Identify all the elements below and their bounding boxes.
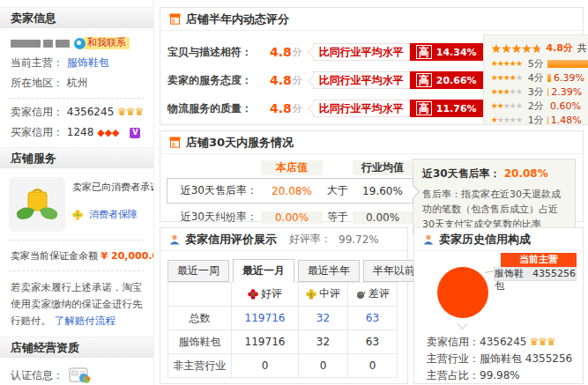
tab-last-half-year[interactable]: 最近半年 [298, 260, 360, 282]
mid-count: 32 [299, 330, 348, 354]
promise-texts: 卖家已向消费者承诺： 消费者保障 [72, 177, 154, 232]
industry-value: 0.00% [353, 211, 413, 224]
main-business-label: 当前主营： [11, 56, 63, 69]
bad-count: 0 [348, 354, 398, 378]
buyer-credit-label: 买家信用： [11, 126, 63, 138]
high-glyph: 高 [416, 45, 432, 59]
region-row: 所在地区： 杭州 [0, 70, 153, 90]
dsr-rows: 宝贝与描述相符： 4.8 分 比同行业平均水平 高 14.34% 卖家的服务态度… [167, 34, 483, 125]
dsr-row-service: 卖家的服务态度： 4.8 分 比同行业平均水平 高 20.66% [167, 66, 483, 94]
summary-total-raters: 共237887人 [577, 41, 588, 55]
col-good-header: 好评 [232, 283, 299, 307]
mid-flower-icon [306, 289, 316, 300]
service-row-label: 近30天纠纷率： [167, 210, 261, 225]
good-count: 0 [232, 354, 299, 378]
compare-text: 比同行业平均水平 [313, 100, 410, 117]
star-summary-box: 4.8分 共237887人 ★★★★★ 5分 89.13% ★★★★★ 4分 6… [483, 34, 588, 125]
seller-username-row: 和我联系 [0, 28, 153, 49]
sidebar-section-title-shop-service: 店铺服务 [0, 147, 153, 168]
col-industry-avg: 行业均值 [353, 160, 413, 175]
col-mid-label: 中评 [319, 286, 340, 301]
service-panel-title: 店铺30天内服务情况 [186, 135, 294, 151]
dsr-row-score: 4.8 [270, 45, 292, 59]
dist-percent: 2.39% [551, 86, 582, 98]
col-good-label: 好评 [261, 286, 282, 301]
stat-value: 服饰鞋包 4355256 [480, 352, 572, 365]
distribution-row-3: ★★★★★ 3分 2.39% [491, 85, 588, 99]
big-star-rating-icon [491, 42, 542, 55]
aftersale-detail-box: 近30天售后率：20.08% 售后率：指卖家在近30天退款成功的笔数（包含售后成… [413, 159, 576, 234]
censored-username-block [43, 40, 53, 48]
row-label: 非主营行业 [168, 354, 232, 378]
service-panel: 店铺30天内服务情况 本店值 行业均值 近30天售后率： 20.08% 大于 1… [160, 130, 584, 222]
col-shop-value: 本店值 [261, 160, 323, 175]
crown-icons [529, 336, 555, 348]
credit-pie-chart [437, 267, 488, 318]
bad-count-link[interactable]: 63 [348, 307, 398, 330]
good-count-link[interactable]: 119716 [232, 307, 299, 330]
rating-panel: 卖家信用评价展示 好评率： 99.72% 最近一周 最近一月 最近半年 半年以前 [160, 227, 408, 384]
distribution-row-5: ★★★★★ 5分 89.13% [491, 56, 588, 70]
pie-caret [457, 318, 468, 329]
wangwang-icon [74, 38, 86, 49]
dsr-row-logistics: 物流服务的质量： 4.8 分 比同行业平均水平 高 11.76% [167, 94, 483, 122]
history-seller-credit-row: 卖家信用：4356245 [427, 334, 572, 351]
dsr-row-label: 宝贝与描述相符： [167, 45, 270, 60]
good-flower-icon [248, 289, 258, 300]
history-stats: 卖家信用：4356245 主营行业：服饰鞋包 4355256 主营占比：99.9… [427, 334, 572, 384]
sidebar-section-title-seller-info: 卖家信息 [0, 7, 153, 28]
compare-text: 比同行业平均水平 [313, 71, 410, 89]
mid-count-link[interactable]: 32 [299, 307, 348, 330]
rating-table-header: 好评 中评 [168, 283, 398, 307]
service-row-aftersale: 近30天售后率： 20.08% 大于 19.60% [167, 178, 413, 204]
summary-score: 4.8分 [546, 41, 573, 55]
small-stars-icon: ★★★★★ [491, 60, 528, 68]
consumer-protection-block: 卖家已向消费者承诺： 消费者保障 [0, 168, 153, 232]
consumer-protection-link[interactable]: 消费者保障 [89, 208, 138, 221]
dsr-panel: 店铺半年内动态评分 宝贝与描述相符： 4.8 分 比同行业平均水平 高 14.3… [160, 7, 584, 125]
bottom-row: 卖家信用评价展示 好评率： 99.72% 最近一周 最近一月 最近半年 半年以前 [160, 227, 584, 385]
tab-last-month[interactable]: 最近一月 [233, 259, 294, 283]
deposit-row: 卖家当前保证金余额 ¥ 20,000.00 元 [0, 241, 153, 263]
compare-percent: 11.76% [436, 103, 477, 115]
censored-username-block [11, 40, 41, 48]
distribution-row-2: ★★★★★ 2分 0.60% [491, 99, 588, 113]
region-value: 杭州 [67, 77, 88, 89]
certification-card-icon[interactable] [69, 366, 92, 384]
detail-description: 售后率：指卖家在近30天退款成功的笔数（包含售后成立）占近30天支付宝成交笔数的… [422, 187, 566, 232]
distribution-row-1: ★★★★★ 1分 1.48% [491, 113, 588, 127]
compare-badge: 比同行业平均水平 高 20.66% [313, 71, 483, 89]
compare-value: 高 11.76% [410, 100, 483, 117]
rating-tabs: 最近一周 最近一月 最近半年 半年以前 [160, 251, 407, 282]
rating-row-category: 服饰鞋包 119716 32 63 [168, 330, 398, 354]
main-business-link[interactable]: 服饰鞋包 [67, 56, 109, 69]
compare-value: 高 20.66% [410, 71, 483, 89]
main-business-row: 当前主营： 服饰鞋包 [0, 49, 153, 70]
compare-badge: 比同行业平均水平 高 11.76% [313, 100, 483, 117]
history-main-category-row: 主营行业：服饰鞋包 4355256 [427, 351, 572, 367]
compensation-process-link[interactable]: 了解赔付流程 [55, 315, 115, 327]
protection-hands-bag-icon [9, 177, 65, 232]
consumer-protection-row: 消费者保障 [72, 208, 154, 221]
contact-me-button[interactable]: 和我联系 [74, 37, 130, 49]
stat-value: 99.98% [480, 369, 520, 381]
col-bad-label: 差评 [368, 286, 390, 301]
service-panel-header: 店铺30天内服务情况 [160, 131, 583, 154]
comparator: 大于 [323, 183, 353, 198]
dist-bar [547, 60, 588, 68]
good-count: 119716 [232, 330, 299, 354]
certification-row: 认证信息： [0, 358, 153, 384]
compare-value: 高 14.34% [410, 43, 483, 61]
dist-label: 2分 [528, 100, 547, 113]
callout-title: 当前主营 [501, 253, 577, 267]
dist-label: 5分 [528, 57, 547, 70]
shop-value: 0.00% [261, 211, 323, 224]
deposit-label: 卖家当前保证金余额 [11, 250, 98, 262]
dsr-row-unit: 分 [293, 102, 302, 115]
shop-value: 20.08% [261, 185, 323, 197]
dist-percent: 0.60% [550, 100, 581, 112]
compare-percent: 20.66% [436, 75, 477, 86]
tab-last-week[interactable]: 最近一周 [167, 260, 229, 282]
history-panel-title: 卖家历史信用构成 [439, 232, 531, 248]
callout-detail: 服饰鞋包 4355256 [494, 267, 577, 281]
